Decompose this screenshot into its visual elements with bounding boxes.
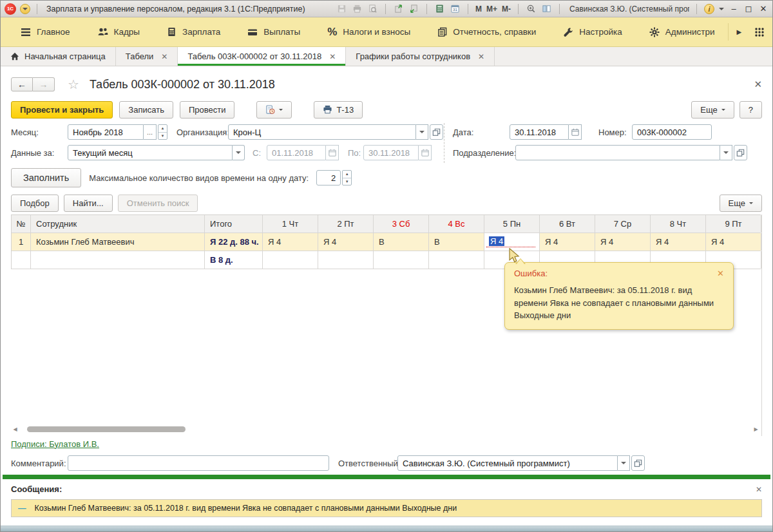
tab-home[interactable]: Начальная страница [1, 47, 116, 66]
fill-button[interactable]: Заполнить [11, 168, 81, 187]
print-t13-button[interactable]: Т-13 [314, 101, 363, 119]
cell-total[interactable]: Я 22 д. 88 ч. [205, 233, 263, 251]
max-time-types-stepper[interactable]: ▲▼ [342, 170, 352, 185]
split-view-icon[interactable] [541, 3, 552, 14]
current-user[interactable]: Савинская З.Ю. (Системный прог... [567, 5, 689, 14]
menu-reports[interactable]: Отчетность, справки [424, 17, 549, 46]
zoom-icon[interactable] [526, 3, 537, 14]
get-link-icon[interactable] [393, 3, 404, 14]
posting-options-button[interactable] [256, 101, 292, 119]
table-more-button[interactable]: Еще [720, 195, 762, 212]
calendar-icon[interactable]: 31 [450, 3, 461, 14]
form-close-icon[interactable]: ✕ [754, 79, 762, 90]
cell-edit-field[interactable]: Я 4 [486, 235, 535, 247]
organization-input[interactable]: Крон-Ц [228, 124, 416, 140]
tab-close-icon[interactable]: ✕ [478, 52, 484, 61]
signatures-link[interactable]: Подписи: Булатов И.В. [11, 439, 99, 449]
data-for-select[interactable]: Текущий месяц [68, 145, 233, 160]
scroll-right-icon[interactable]: ▶ [752, 426, 760, 432]
department-dropdown-button[interactable] [720, 145, 732, 160]
horizontal-scrollbar[interactable]: ◀ ▶ [11, 425, 760, 433]
info-caret-icon[interactable] [719, 8, 724, 13]
responsible-input[interactable]: Савинская З.Ю. (Системный программист) [397, 455, 618, 471]
menu-settings[interactable]: Настройка [549, 17, 635, 46]
messages-splitter[interactable] [3, 475, 770, 479]
cell-day-3[interactable] [374, 251, 429, 269]
cell-day-4[interactable]: В [429, 233, 484, 251]
tab-close-icon[interactable]: ✕ [161, 52, 167, 61]
menu-administration[interactable]: Администри [636, 17, 729, 46]
tab-tabel-document[interactable]: Табель 003К-000002 от 30.11.2018✕ [178, 47, 346, 66]
close-button[interactable]: ✕ [758, 4, 768, 14]
department-input[interactable] [515, 145, 720, 160]
scroll-left-icon[interactable]: ◀ [11, 426, 19, 432]
pick-button[interactable]: Подбор [11, 195, 59, 212]
cell-employee[interactable]: Козьмин Глеб Матвеевич [31, 233, 205, 251]
menu-salary[interactable]: Зарплата [153, 17, 234, 46]
memory-m-button[interactable]: M [475, 5, 482, 14]
table-row[interactable]: 1 Козьмин Глеб Матвеевич Я 22 д. 88 ч. Я… [12, 233, 761, 251]
tab-close-icon[interactable]: ✕ [329, 52, 336, 61]
cell-num[interactable] [12, 251, 31, 269]
go-link-icon[interactable] [408, 3, 419, 14]
menu-taxes[interactable]: % Налоги и взносы [314, 17, 424, 46]
back-button[interactable]: ← [11, 77, 33, 91]
preview-icon[interactable] [367, 3, 378, 14]
menu-main[interactable]: Главное [7, 17, 84, 46]
responsible-open-icon[interactable] [631, 455, 645, 471]
comment-input[interactable] [68, 455, 329, 471]
message-item[interactable]: — Козьмин Глеб Матвеевич: за 05.11.2018 … [11, 499, 762, 517]
write-button[interactable]: Записать [119, 101, 173, 119]
cell-day-2[interactable] [318, 251, 374, 269]
more-button[interactable]: Еще [691, 101, 734, 119]
forward-button[interactable]: → [33, 77, 55, 91]
cell-num[interactable]: 1 [12, 233, 31, 251]
scrollbar-track[interactable] [19, 426, 752, 432]
organization-dropdown-button[interactable] [416, 124, 428, 140]
main-menu-button[interactable] [20, 4, 30, 14]
menu-personnel[interactable]: Кадры [84, 17, 153, 46]
save-icon[interactable] [336, 3, 347, 14]
cell-day-2[interactable]: Я 4 [318, 233, 374, 251]
tab-work-schedules[interactable]: Графики работы сотрудников✕ [346, 47, 495, 66]
cell-day-8[interactable]: Я 4 [651, 233, 706, 251]
memory-m-plus-button[interactable]: M+ [486, 5, 497, 14]
messages-close-icon[interactable]: ✕ [756, 485, 762, 494]
scrollbar-thumb[interactable] [27, 426, 186, 432]
print-icon[interactable] [352, 3, 363, 14]
cell-employee[interactable] [31, 251, 205, 269]
all-functions-icon[interactable] [754, 27, 765, 37]
cell-day-6[interactable]: Я 4 [540, 233, 595, 251]
cell-day-7[interactable]: Я 4 [595, 233, 651, 251]
cell-day-3[interactable]: В [374, 233, 429, 251]
cell-day-9[interactable]: Я 4 [706, 233, 761, 251]
date-calendar-icon[interactable] [569, 124, 582, 140]
number-input[interactable]: 003К-000002 [632, 124, 712, 140]
menu-payments[interactable]: Выплаты [234, 17, 314, 46]
date-input[interactable]: 30.11.2018 [510, 124, 569, 140]
panel-expand-icon[interactable]: ▶ [736, 28, 741, 35]
favorite-star-icon[interactable]: ☆ [68, 77, 79, 92]
cell-day-1[interactable] [263, 251, 318, 269]
max-time-types-input[interactable]: 2 [316, 170, 341, 185]
cell-day-1[interactable]: Я 4 [263, 233, 318, 251]
month-stepper[interactable]: ▲▼ [158, 124, 167, 140]
tab-tabeli[interactable]: Табели✕ [116, 47, 178, 66]
month-input[interactable]: Ноябрь 2018 [68, 124, 144, 140]
find-button[interactable]: Найти... [64, 195, 113, 212]
memory-m-minus-button[interactable]: M- [502, 5, 511, 14]
post-and-close-button[interactable]: Провести и закрыть [11, 101, 113, 119]
responsible-dropdown-button[interactable] [618, 455, 630, 471]
data-for-dropdown-button[interactable] [233, 145, 245, 160]
cell-day-4[interactable] [429, 251, 484, 269]
error-tooltip-close-icon[interactable]: ✕ [717, 269, 724, 278]
info-icon[interactable]: i [704, 4, 714, 14]
help-button[interactable]: ? [740, 101, 762, 119]
minimize-button[interactable]: – [729, 4, 739, 14]
organization-open-icon[interactable] [430, 124, 443, 140]
calculator-icon[interactable] [434, 3, 445, 14]
maximize-button[interactable]: ◻ [743, 4, 754, 14]
month-choose-button[interactable]: ... [144, 124, 157, 140]
post-button[interactable]: Провести [180, 101, 235, 119]
cell-total[interactable]: В 8 д. [205, 251, 263, 269]
